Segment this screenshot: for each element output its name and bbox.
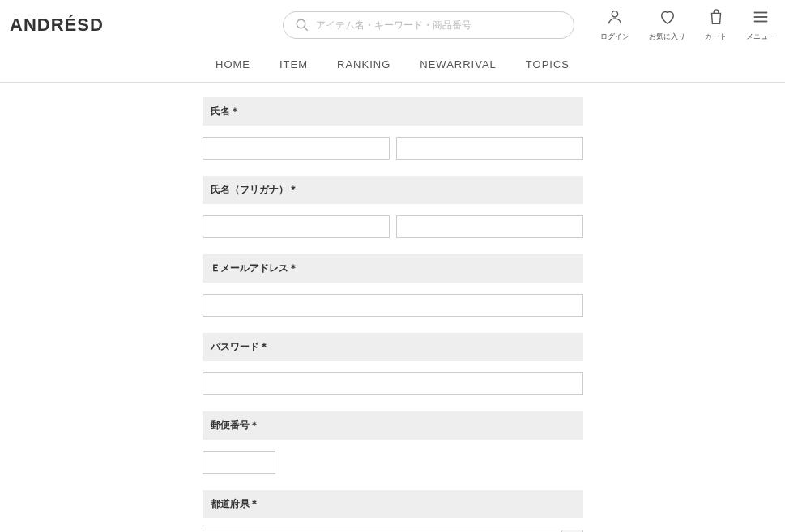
name-label: 氏名＊	[203, 97, 583, 126]
zip-input[interactable]	[203, 451, 275, 474]
svg-point-2	[612, 11, 617, 17]
last-kana-input[interactable]	[203, 215, 390, 238]
nav-topics[interactable]: TOPICS	[526, 58, 570, 70]
search-icon	[295, 18, 309, 32]
pref-label: 都道府県＊	[203, 490, 583, 518]
nav-newarrival[interactable]: NEWARRIVAL	[420, 58, 497, 70]
cart-label: カート	[705, 32, 727, 42]
cart-button[interactable]: カート	[705, 8, 727, 42]
search-input[interactable]	[316, 19, 562, 31]
kana-label: 氏名（フリガナ）＊	[203, 176, 583, 204]
menu-label: メニュー	[746, 32, 775, 42]
first-kana-input[interactable]	[396, 215, 583, 238]
registration-form: 氏名＊ 氏名（フリガナ）＊ Ｅメールアドレス＊ パスワード＊ 郵便番号＊ 都道府…	[203, 97, 583, 532]
search-box[interactable]	[283, 11, 574, 39]
last-name-input[interactable]	[203, 137, 390, 160]
password-input[interactable]	[203, 372, 583, 395]
nav-home[interactable]: HOME	[215, 58, 250, 70]
nav-ranking[interactable]: RANKING	[337, 58, 390, 70]
email-input[interactable]	[203, 294, 583, 317]
login-label: ログイン	[600, 32, 629, 42]
nav-item[interactable]: ITEM	[279, 58, 308, 70]
user-icon	[606, 8, 624, 29]
email-label: Ｅメールアドレス＊	[203, 254, 583, 283]
first-name-input[interactable]	[396, 137, 583, 160]
main-nav: HOME ITEM RANKING NEWARRIVAL TOPICS	[0, 47, 785, 82]
zip-label: 郵便番号＊	[203, 411, 583, 440]
favorite-button[interactable]: お気に入り	[649, 8, 685, 42]
svg-line-1	[304, 27, 308, 31]
favorite-label: お気に入り	[649, 32, 685, 42]
bag-icon	[707, 8, 725, 29]
menu-button[interactable]: メニュー	[746, 8, 775, 42]
site-logo[interactable]: ANDRÉSD	[10, 15, 104, 36]
password-label: パスワード＊	[203, 333, 583, 361]
hamburger-icon	[752, 8, 770, 29]
heart-icon	[659, 8, 676, 29]
login-button[interactable]: ログイン	[600, 8, 629, 42]
svg-point-0	[297, 19, 305, 28]
